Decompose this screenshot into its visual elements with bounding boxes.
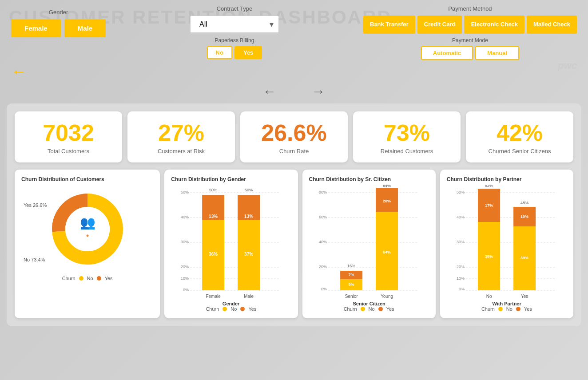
svg-text:20%: 20% bbox=[383, 199, 391, 203]
svg-text:84%: 84% bbox=[383, 185, 391, 188]
gender-label: Gender bbox=[49, 9, 68, 16]
svg-text:10%: 10% bbox=[457, 276, 465, 281]
contract-select[interactable]: All Month-to-month One year Two year bbox=[190, 16, 279, 33]
payment-mode-label: Payment Mode bbox=[452, 37, 488, 44]
paperless-yes-button[interactable]: Yes bbox=[234, 46, 262, 59]
svg-text:30%: 30% bbox=[181, 240, 189, 244]
kpi-churn-value: 26.6% bbox=[248, 119, 340, 146]
svg-text:●: ● bbox=[86, 233, 89, 238]
svg-text:No: No bbox=[486, 294, 492, 299]
svg-text:Senior Citizen: Senior Citizen bbox=[353, 301, 385, 306]
kpi-total-label: Total Customers bbox=[23, 148, 114, 154]
svg-text:7%: 7% bbox=[348, 273, 354, 277]
svg-text:48%: 48% bbox=[520, 201, 528, 205]
svg-text:50%: 50% bbox=[181, 190, 189, 194]
back-arrow-icon[interactable]: ← bbox=[11, 62, 27, 80]
svg-text:64%: 64% bbox=[383, 250, 391, 254]
payment-method-buttons: Bank Transfer Credit Card Electronic Che… bbox=[363, 16, 577, 34]
nav-right-icon[interactable]: → bbox=[312, 84, 325, 99]
svg-text:👥: 👥 bbox=[79, 215, 95, 230]
credit-card-button[interactable]: Credit Card bbox=[417, 16, 462, 34]
bank-transfer-button[interactable]: Bank Transfer bbox=[363, 16, 415, 34]
contract-label: Contract Type bbox=[217, 5, 253, 12]
svg-text:Yes: Yes bbox=[521, 294, 528, 299]
svg-text:13%: 13% bbox=[244, 214, 253, 219]
dashboard-content: 7032 Total Customers 27% Customers at Ri… bbox=[7, 103, 581, 326]
automatic-button[interactable]: Automatic bbox=[421, 46, 473, 60]
churn-legend-label: Churn bbox=[62, 276, 75, 281]
yes-dot-icon bbox=[97, 276, 101, 281]
partner-no-label: No bbox=[506, 306, 513, 312]
paperless-no-button[interactable]: No bbox=[207, 46, 232, 59]
svg-text:0%: 0% bbox=[459, 287, 465, 291]
svg-text:39%: 39% bbox=[520, 256, 528, 260]
donut-chart-card: Churn Distribution of Customers 👥 ● bbox=[15, 170, 160, 318]
donut-legend: Churn No Yes bbox=[21, 276, 153, 281]
partner-no-dot bbox=[498, 307, 503, 311]
svg-text:Senior: Senior bbox=[345, 294, 358, 299]
senior-chart-title: Churn Distribution by Sr. Citizen bbox=[309, 176, 429, 182]
kpi-senior-label: Churned Senior Citizens bbox=[474, 148, 565, 154]
svg-text:20%: 20% bbox=[457, 265, 465, 269]
svg-text:Young: Young bbox=[381, 294, 393, 299]
kpi-churn-label: Churn Rate bbox=[248, 148, 340, 154]
header-controls: Gender Female Male Contract Type All Mon… bbox=[0, 0, 588, 62]
no-label: No 73.4% bbox=[24, 257, 45, 262]
no-dot-icon bbox=[79, 276, 83, 281]
gender-yes-dot bbox=[240, 307, 245, 311]
svg-text:17%: 17% bbox=[485, 203, 493, 208]
kpi-retained-value: 73% bbox=[361, 119, 453, 146]
senior-no-label: No bbox=[369, 306, 375, 312]
kpi-retained-label: Retained Customers bbox=[361, 148, 453, 154]
payment-mode-buttons: Automatic Manual bbox=[421, 46, 519, 60]
senior-chart-svg: 80% 60% 40% 20% 0% bbox=[309, 185, 429, 309]
senior-chart-card: Churn Distribution by Sr. Citizen 80% 60… bbox=[302, 170, 436, 318]
dashboard-wrapper: CUSTOMER RETENTION DASHBOARD Gender Fema… bbox=[0, 0, 588, 380]
nav-arrows: ← → bbox=[0, 82, 588, 101]
svg-text:0%: 0% bbox=[183, 288, 189, 292]
kpi-senior-value: 42% bbox=[474, 119, 565, 146]
partner-chart-svg: 50% 40% 30% 20% 10% 0% bbox=[447, 185, 567, 309]
gender-chart-title: Churn Distribution by Gender bbox=[171, 176, 291, 182]
svg-text:10%: 10% bbox=[181, 276, 189, 281]
svg-text:40%: 40% bbox=[457, 215, 465, 219]
svg-text:40%: 40% bbox=[319, 240, 327, 244]
mailed-check-button[interactable]: Mailed Check bbox=[527, 16, 577, 34]
svg-text:13%: 13% bbox=[209, 214, 218, 219]
svg-text:80%: 80% bbox=[319, 190, 327, 194]
kpi-card-total: 7032 Total Customers bbox=[15, 111, 122, 162]
female-button[interactable]: Female bbox=[11, 19, 61, 37]
gender-no-dot bbox=[222, 307, 227, 311]
senior-yes-label: Yes bbox=[386, 306, 394, 312]
svg-text:20%: 20% bbox=[181, 265, 189, 269]
kpi-card-senior: 42% Churned Senior Citizens bbox=[466, 111, 573, 162]
svg-text:37%: 37% bbox=[244, 252, 253, 257]
svg-text:With Partner: With Partner bbox=[492, 301, 521, 306]
sub-header: ← pwc bbox=[0, 62, 588, 81]
donut-svg: 👥 ● bbox=[48, 189, 127, 269]
gender-chart-card: Churn Distribution by Gender 50% 40% 30%… bbox=[164, 170, 298, 318]
male-button[interactable]: Male bbox=[64, 19, 106, 37]
svg-text:36%: 36% bbox=[209, 252, 218, 257]
svg-text:10%: 10% bbox=[520, 214, 528, 219]
gender-section: Gender Female Male bbox=[11, 9, 106, 37]
yes-legend-label: Yes bbox=[105, 276, 113, 281]
senior-no-dot bbox=[361, 307, 365, 311]
senior-churn-label: Churn bbox=[344, 306, 357, 312]
kpi-risk-value: 27% bbox=[135, 119, 227, 146]
donut-chart-wrap: 👥 ● Yes 26.6% No 73.4% bbox=[21, 189, 153, 269]
nav-left-icon[interactable]: ← bbox=[263, 84, 276, 99]
payment-section: Payment Method Bank Transfer Credit Card… bbox=[363, 5, 577, 60]
no-legend-label: No bbox=[87, 276, 93, 281]
svg-text:16%: 16% bbox=[347, 264, 355, 268]
manual-button[interactable]: Manual bbox=[475, 46, 519, 60]
svg-text:20%: 20% bbox=[319, 265, 327, 269]
electronic-check-button[interactable]: Electronic Check bbox=[464, 16, 524, 34]
kpi-total-value: 7032 bbox=[23, 119, 114, 146]
paperless-buttons: No Yes bbox=[207, 46, 262, 59]
paperless-label: Paperless Billing bbox=[215, 37, 254, 44]
partner-chart-title: Churn Distribution by Partner bbox=[447, 176, 567, 182]
kpi-row: 7032 Total Customers 27% Customers at Ri… bbox=[15, 111, 573, 162]
contract-select-wrap: All Month-to-month One year Two year ▾ bbox=[190, 16, 279, 33]
svg-text:60%: 60% bbox=[319, 215, 327, 219]
